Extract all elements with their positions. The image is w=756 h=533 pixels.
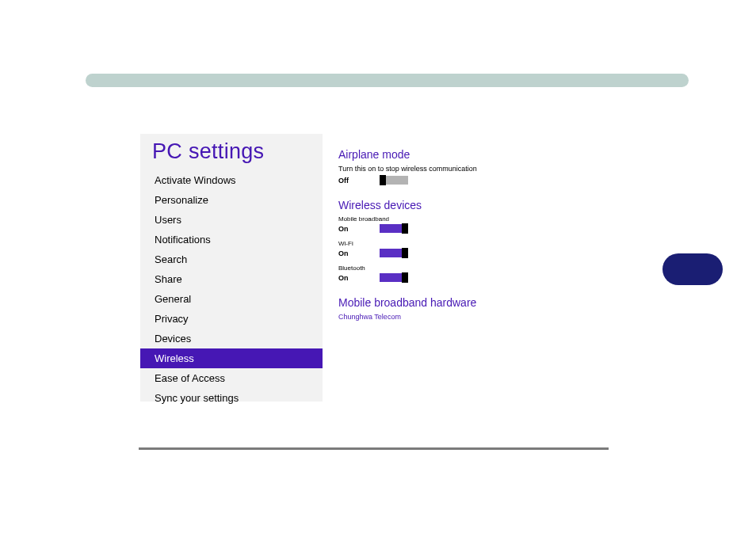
wireless-device-label: Mobile broadband <box>338 215 552 223</box>
wireless-devices-title: Wireless devices <box>338 199 552 211</box>
content-panel: Airplane mode Turn this on to stop wirel… <box>323 134 568 402</box>
toggle-thumb <box>402 272 408 283</box>
sidebar-title: PC settings <box>140 134 323 170</box>
sidebar-item-ease-of-access[interactable]: Ease of Access <box>140 368 323 388</box>
toggle-thumb <box>402 223 408 234</box>
wireless-devices-section: Wireless devices Mobile broadbandOnWi-Fi… <box>338 199 552 282</box>
wireless-device-toggle-row: On <box>338 249 552 257</box>
mobile-broadband-hardware-link[interactable]: Chunghwa Telecom <box>338 313 552 321</box>
toggle-thumb <box>402 248 408 258</box>
airplane-mode-state: Off <box>338 177 356 185</box>
airplane-mode-section: Airplane mode Turn this on to stop wirel… <box>338 148 552 185</box>
wireless-device-toggle-bluetooth[interactable] <box>380 273 408 282</box>
wireless-device-state: On <box>338 225 356 233</box>
wireless-device-state: On <box>338 249 356 257</box>
top-bar <box>86 74 689 87</box>
sidebar-item-sync-your-settings[interactable]: Sync your settings <box>140 388 323 408</box>
sidebar-item-privacy[interactable]: Privacy <box>140 309 323 329</box>
right-pill-button[interactable] <box>662 253 723 285</box>
sidebar-item-users[interactable]: Users <box>140 210 323 230</box>
wireless-device-toggle-row: On <box>338 273 552 282</box>
sidebar-item-notifications[interactable]: Notifications <box>140 230 323 249</box>
wireless-device-label: Bluetooth <box>338 265 552 272</box>
sidebar: PC settings Activate WindowsPersonalizeU… <box>140 134 323 402</box>
pc-settings-window: PC settings Activate WindowsPersonalizeU… <box>140 134 568 402</box>
toggle-thumb <box>380 175 386 185</box>
sidebar-item-devices[interactable]: Devices <box>140 329 323 348</box>
wireless-device-label: Wi-Fi <box>338 240 552 247</box>
sidebar-item-general[interactable]: General <box>140 289 323 309</box>
airplane-mode-toggle[interactable] <box>380 176 408 185</box>
mobile-broadband-hardware-title: Mobile broadband hardware <box>338 296 552 309</box>
sidebar-item-wireless[interactable]: Wireless <box>140 348 323 368</box>
wireless-device-toggle-mobile-broadband[interactable] <box>380 224 408 233</box>
wireless-device-bluetooth: BluetoothOn <box>338 265 552 282</box>
wireless-device-toggle-row: On <box>338 224 552 233</box>
wireless-device-state: On <box>338 274 356 282</box>
sidebar-item-activate-windows[interactable]: Activate Windows <box>140 170 323 190</box>
airplane-mode-toggle-row: Off <box>338 176 552 185</box>
wireless-device-toggle-wi-fi[interactable] <box>380 249 408 257</box>
sidebar-item-search[interactable]: Search <box>140 249 323 269</box>
airplane-mode-desc: Turn this on to stop wireless communicat… <box>338 165 552 173</box>
sidebar-item-personalize[interactable]: Personalize <box>140 190 323 210</box>
sidebar-item-share[interactable]: Share <box>140 269 323 289</box>
wireless-device-wi-fi: Wi-FiOn <box>338 240 552 257</box>
wireless-device-mobile-broadband: Mobile broadbandOn <box>338 215 552 233</box>
mobile-broadband-hardware-section: Mobile broadband hardware Chunghwa Telec… <box>338 296 552 321</box>
bottom-divider <box>139 447 609 450</box>
airplane-mode-title: Airplane mode <box>338 148 552 161</box>
